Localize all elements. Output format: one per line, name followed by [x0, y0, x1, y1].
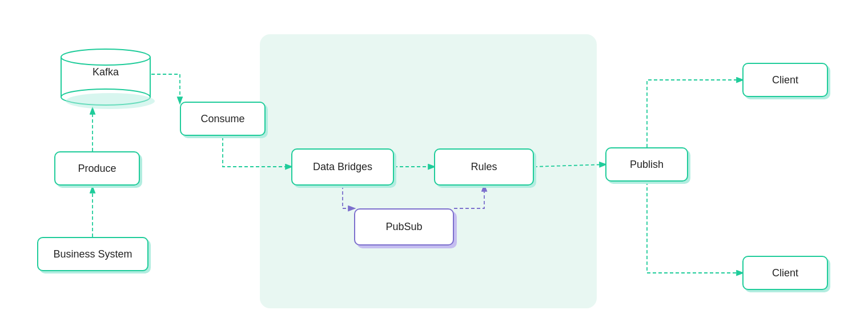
- architecture-diagram: Kafka Produce Business System Consume Da…: [0, 0, 868, 330]
- client-top-label: Client: [772, 74, 798, 86]
- svg-point-7: [61, 89, 150, 105]
- produce-label: Produce: [78, 163, 116, 175]
- publish-label: Publish: [630, 159, 664, 171]
- rules-label: Rules: [471, 161, 497, 173]
- kafka-node: Kafka: [60, 45, 151, 104]
- rules-node: Rules: [434, 148, 534, 186]
- business-system-label: Business System: [53, 248, 132, 260]
- consume-node: Consume: [180, 102, 266, 136]
- data-bridges-node: Data Bridges: [291, 148, 394, 186]
- client-top-node: Client: [742, 63, 828, 97]
- publish-node: Publish: [605, 147, 688, 182]
- svg-point-8: [61, 49, 150, 65]
- kafka-label: Kafka: [60, 66, 151, 78]
- pubsub-label: PubSub: [385, 221, 422, 233]
- client-bottom-node: Client: [742, 256, 828, 290]
- svg-point-9: [66, 93, 155, 109]
- business-system-node: Business System: [37, 237, 148, 271]
- consume-label: Consume: [200, 113, 244, 125]
- client-bottom-label: Client: [772, 267, 798, 279]
- data-bridges-label: Data Bridges: [313, 161, 372, 173]
- pubsub-node: PubSub: [354, 208, 454, 246]
- produce-node: Produce: [54, 151, 140, 186]
